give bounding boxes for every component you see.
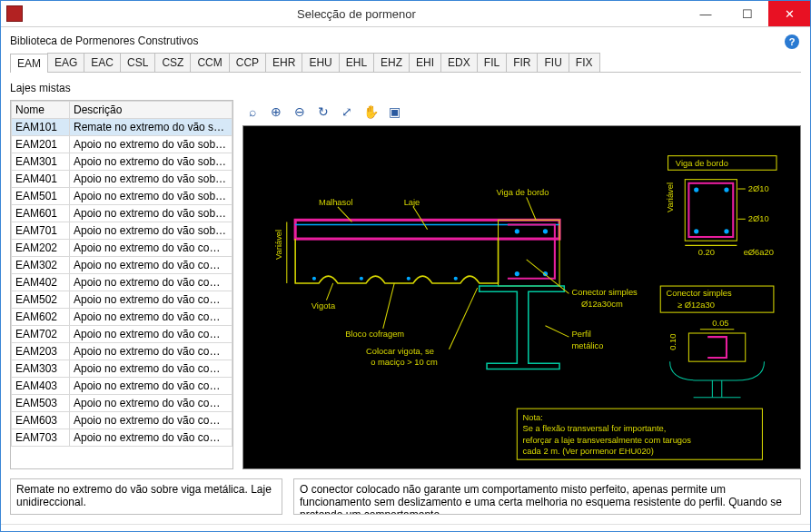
tab-csl[interactable]: CSL [120, 53, 155, 72]
tab-fil[interactable]: FIL [477, 53, 507, 72]
zoom-extents-icon[interactable]: ↻ [313, 102, 333, 122]
cell-desc: Apoio no extremo do vão sobre ... [70, 171, 232, 188]
svg-line-31 [545, 326, 569, 337]
cell-desc: Remate no extremo do vão sobr... [70, 119, 232, 136]
cell-name: EAM702 [12, 326, 70, 343]
cell-name: EAM201 [12, 136, 70, 153]
tab-ehi[interactable]: EHI [409, 53, 441, 72]
table-row[interactable]: EAM202Apoio no extremo do vão com la... [12, 240, 232, 257]
table-row[interactable]: EAM203Apoio no extremo do vão com la... [12, 343, 232, 360]
tab-fir[interactable]: FIR [506, 53, 538, 72]
footer: Aceitar Cancelar [1, 524, 810, 532]
table-row[interactable]: EAM601Apoio no extremo do vão sobre ... [12, 205, 232, 222]
table-row[interactable]: EAM503Apoio no extremo do vão com la... [12, 395, 232, 412]
svg-point-38 [694, 229, 698, 233]
cell-desc: Apoio no extremo do vão sobre ... [70, 205, 232, 222]
description-left: Remate no extremo do vão sobre viga metá… [10, 478, 282, 515]
cell-name: EAM402 [12, 274, 70, 291]
svg-text:Ø12a30cm: Ø12a30cm [581, 300, 623, 309]
svg-text:Variável: Variável [666, 182, 675, 212]
table-row[interactable]: EAM402Apoio no extremo do vão com la... [12, 274, 232, 291]
cell-name: EAM403 [12, 378, 70, 395]
tab-ccm[interactable]: CCM [190, 53, 229, 72]
detail-table: Nome Descrição EAM101Remate no extremo d… [11, 101, 232, 447]
close-button[interactable]: ✕ [768, 1, 810, 26]
maximize-button[interactable]: ☐ [727, 1, 768, 26]
cell-desc: Apoio no extremo do vão com la... [70, 412, 232, 429]
tab-ccp[interactable]: CCP [229, 53, 266, 72]
cell-desc: Apoio no extremo do vão com la... [70, 429, 232, 447]
table-row[interactable]: EAM702Apoio no extremo do vão com la... [12, 326, 232, 343]
table-row[interactable]: EAM701Apoio no extremo do vão sobre ... [12, 222, 232, 240]
tab-edx[interactable]: EDX [440, 53, 478, 72]
table-row[interactable]: EAM201Apoio no extremo do vão sobre ... [12, 136, 232, 153]
svg-text:0.05: 0.05 [712, 319, 728, 328]
cell-name: EAM501 [12, 188, 70, 205]
tab-fiu[interactable]: FIU [537, 53, 569, 72]
cell-name: EAM203 [12, 343, 70, 360]
col-name[interactable]: Nome [12, 102, 70, 119]
tab-ehz[interactable]: EHZ [373, 53, 410, 72]
cell-name: EAM502 [12, 291, 70, 309]
table-row[interactable]: EAM401Apoio no extremo do vão sobre ... [12, 171, 232, 188]
svg-text:Nota:: Nota: [523, 413, 543, 422]
svg-rect-0 [295, 220, 559, 239]
svg-point-37 [724, 187, 728, 192]
preview-toolbar: ⌕⊕⊖↻⤢✋▣ [242, 100, 801, 125]
svg-line-28 [527, 260, 569, 293]
table-row[interactable]: EAM403Apoio no extremo do vão com la... [12, 378, 232, 395]
tab-fix[interactable]: FIX [569, 53, 600, 72]
tab-eag[interactable]: EAG [47, 53, 84, 72]
svg-line-18 [527, 197, 536, 220]
zoom-window-icon[interactable]: ⌕ [242, 102, 262, 122]
tab-ehl[interactable]: EHL [339, 53, 374, 72]
tab-csz[interactable]: CSZ [154, 53, 191, 72]
cell-desc: Apoio no extremo do vão com la... [70, 326, 232, 343]
svg-point-36 [694, 187, 698, 192]
library-label: Biblioteca de Pormenores Construtivos [10, 34, 801, 47]
table-row[interactable]: EAM501Apoio no extremo do vão sobre ... [12, 188, 232, 205]
svg-line-22 [383, 283, 394, 329]
zoom-out-icon[interactable]: ⊖ [290, 102, 310, 122]
cell-name: EAM602 [12, 309, 70, 326]
cell-name: EAM202 [12, 240, 70, 257]
help-icon[interactable]: ? [785, 34, 799, 49]
table-row[interactable]: EAM302Apoio no extremo do vão com la... [12, 257, 232, 274]
drawing-preview[interactable]: Variável Malhasol Laje Viga de bordo Vig… [242, 125, 801, 469]
tab-ehu[interactable]: EHU [302, 53, 339, 72]
svg-point-4 [407, 277, 410, 281]
table-row[interactable]: EAM602Apoio no extremo do vão com la... [12, 309, 232, 326]
cell-desc: Apoio no extremo do vão com la... [70, 395, 232, 412]
redraw-icon[interactable]: ▣ [384, 102, 404, 122]
table-row[interactable]: EAM101Remate no extremo do vão sobr... [12, 119, 232, 136]
cell-desc: Apoio no extremo do vão com la... [70, 257, 232, 274]
cell-desc: Apoio no extremo do vão sobre ... [70, 188, 232, 205]
table-row[interactable]: EAM502Apoio no extremo do vão com la... [12, 291, 232, 309]
cell-desc: Apoio no extremo do vão sobre ... [70, 136, 232, 153]
svg-text:Malhasol: Malhasol [319, 198, 352, 207]
table-row[interactable]: EAM603Apoio no extremo do vão com la... [12, 412, 232, 429]
svg-line-25 [449, 288, 477, 350]
table-row[interactable]: EAM303Apoio no extremo do vão com la... [12, 360, 232, 378]
svg-text:2Ø10: 2Ø10 [748, 184, 769, 193]
tab-eam[interactable]: EAM [10, 54, 48, 73]
tab-eac[interactable]: EAC [84, 53, 121, 72]
detail-table-scroll[interactable]: Nome Descrição EAM101Remate no extremo d… [11, 101, 232, 468]
app-window: Selecção de pormenor — ☐ ✕ ? Biblioteca … [0, 0, 811, 532]
cell-desc: Apoio no extremo do vão com la... [70, 343, 232, 360]
zoom-in-icon[interactable]: ⊕ [266, 102, 286, 122]
col-desc[interactable]: Descrição [70, 102, 232, 119]
pan-icon[interactable]: ✋ [361, 102, 381, 122]
svg-text:Viga de bordo: Viga de bordo [496, 188, 549, 197]
zoom-real-icon[interactable]: ⤢ [337, 102, 357, 122]
minimize-button[interactable]: — [685, 1, 727, 26]
cell-name: EAM503 [12, 395, 70, 412]
window-buttons: — ☐ ✕ [685, 1, 810, 26]
description-right: O conector colocado não garante um compo… [293, 478, 801, 515]
tab-ehr[interactable]: EHR [265, 53, 302, 72]
cell-name: EAM302 [12, 257, 70, 274]
cell-name: EAM401 [12, 171, 70, 188]
app-icon [6, 5, 23, 22]
table-row[interactable]: EAM301Apoio no extremo do vão sobre ... [12, 153, 232, 171]
table-row[interactable]: EAM703Apoio no extremo do vão com la... [12, 429, 232, 447]
